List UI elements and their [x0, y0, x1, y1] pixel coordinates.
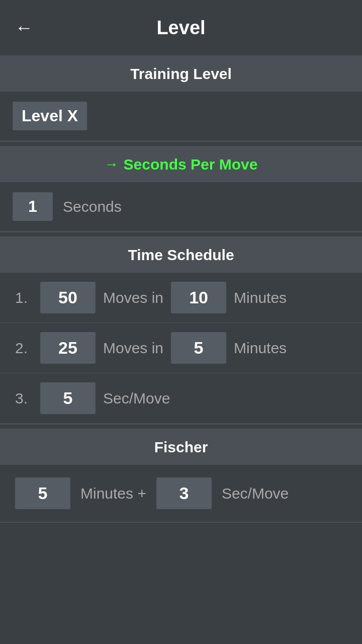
row-num-2: 2. — [15, 340, 33, 357]
fischer-sec-value[interactable]: 3 — [156, 477, 212, 509]
training-level-header: Training Level — [0, 56, 362, 92]
seconds-row: 1 Seconds — [0, 182, 362, 231]
fischer-minutes-value[interactable]: 5 — [15, 477, 70, 509]
schedule-row-3: 3. 5 Sec/Move — [0, 373, 362, 424]
schedule-row-1: 1. 50 Moves in 10 Minutes — [0, 273, 362, 323]
schedule-time-2[interactable]: 5 — [171, 332, 226, 364]
seconds-per-move-label: Seconds Per Move — [124, 156, 258, 173]
schedule-moves-label-2: Moves in — [103, 340, 163, 357]
seconds-per-move-header: → Seconds Per Move — [0, 147, 362, 182]
training-level-row[interactable]: Level X — [0, 92, 362, 141]
schedule-time-unit-1: Minutes — [234, 289, 287, 306]
header: ← Level — [0, 0, 362, 55]
fischer-row: 5 Minutes + 3 Sec/Move — [0, 465, 362, 522]
arrow-icon: → — [105, 156, 119, 173]
schedule-time-unit-2: Minutes — [234, 340, 287, 357]
page-title: Level — [156, 17, 205, 39]
schedule-moves-label-1: Moves in — [103, 289, 163, 306]
seconds-per-move-section: → Seconds Per Move 1 Seconds — [0, 146, 362, 232]
back-button[interactable]: ← — [15, 19, 33, 37]
training-level-section: Training Level Level X — [0, 55, 362, 142]
fischer-header: Fischer — [0, 430, 362, 465]
fischer-section: Fischer 5 Minutes + 3 Sec/Move — [0, 429, 362, 523]
fischer-sec-label: Sec/Move — [222, 485, 289, 502]
time-schedule-header: Time Schedule — [0, 237, 362, 273]
schedule-moves-3[interactable]: 5 — [40, 382, 96, 414]
row-num-1: 1. — [15, 289, 33, 306]
schedule-time-1[interactable]: 10 — [171, 282, 226, 313]
time-schedule-section: Time Schedule 1. 50 Moves in 10 Minutes … — [0, 236, 362, 425]
training-level-value[interactable]: Level X — [13, 102, 87, 130]
fischer-minutes-label: Minutes + — [80, 485, 146, 502]
schedule-moves-label-3: Sec/Move — [103, 390, 170, 407]
seconds-value[interactable]: 1 — [13, 192, 53, 221]
schedule-moves-1[interactable]: 50 — [40, 282, 96, 313]
row-num-3: 3. — [15, 390, 33, 407]
seconds-unit-label: Seconds — [63, 198, 122, 215]
schedule-moves-2[interactable]: 25 — [40, 332, 96, 364]
schedule-row-2: 2. 25 Moves in 5 Minutes — [0, 323, 362, 373]
